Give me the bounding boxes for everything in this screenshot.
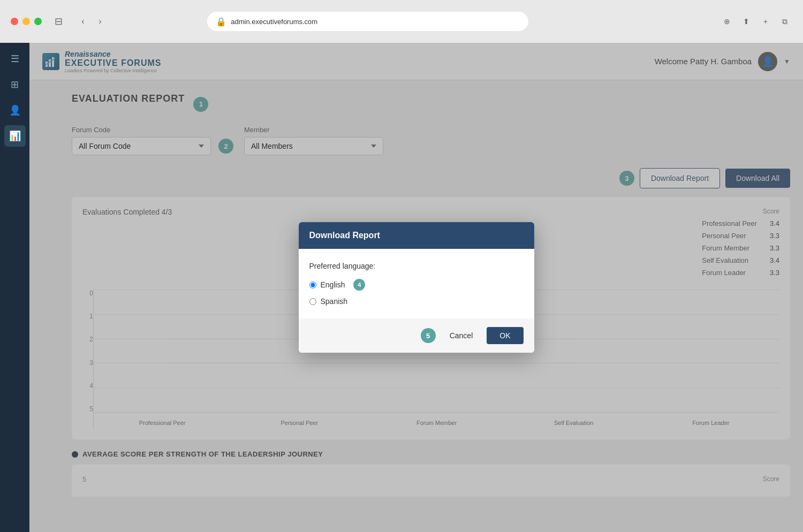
modal-title: Download Report (309, 231, 380, 240)
sidebar-item-menu[interactable]: ☰ (4, 48, 26, 70)
radio-spanish[interactable]: Spanish (309, 297, 524, 306)
traffic-lights (11, 18, 42, 25)
radio-spanish-label: Spanish (321, 297, 348, 306)
url-text: admin.executiveforums.com (231, 18, 317, 26)
step-badge-5: 5 (421, 328, 436, 343)
sidebar-toggle-button[interactable]: ⊟ (50, 13, 67, 29)
back-button[interactable]: ‹ (75, 14, 90, 29)
share-button[interactable]: ⬆ (739, 14, 754, 29)
close-button[interactable] (11, 18, 18, 25)
radio-english[interactable]: English 4 (309, 279, 524, 291)
sidebar-item-grid[interactable]: ⊞ (4, 74, 26, 95)
windows-button[interactable]: ⧉ (777, 14, 792, 29)
radio-english-label: English (321, 280, 345, 289)
forward-button[interactable]: › (93, 14, 108, 29)
sidebar-item-users[interactable]: 👤 (4, 100, 26, 121)
sidebar: ☰ ⊞ 👤 📊 (0, 43, 29, 532)
browser-actions: ⊕ ⬆ + ⧉ (719, 14, 792, 29)
sidebar-item-chart[interactable]: 📊 (4, 125, 26, 147)
lock-icon: 🔒 (216, 17, 226, 27)
maximize-button[interactable] (34, 18, 42, 25)
cancel-button[interactable]: Cancel (441, 327, 482, 344)
browser-chrome: ⊟ ‹ › 🔒 admin.executiveforums.com ⊕ ⬆ + … (0, 0, 803, 43)
language-radio-group: English 4 Spanish (309, 279, 524, 306)
nav-buttons: ‹ › (75, 14, 108, 29)
modal-footer: 5 Cancel OK (299, 318, 534, 353)
download-report-modal: Download Report Preferred language: Engl… (299, 222, 534, 353)
new-tab-button[interactable]: + (758, 14, 773, 29)
radio-spanish-input[interactable] (309, 298, 316, 305)
radio-english-input[interactable] (309, 282, 316, 288)
step-badge-4: 4 (353, 279, 365, 291)
extensions-button[interactable]: ⊕ (719, 14, 734, 29)
modal-overlay: Download Report Preferred language: Engl… (29, 43, 803, 532)
address-bar[interactable]: 🔒 admin.executiveforums.com (207, 12, 528, 31)
minimize-button[interactable] (22, 18, 30, 25)
modal-body: Preferred language: English 4 Spanish (299, 249, 534, 318)
modal-language-label: Preferred language: (309, 262, 524, 270)
ok-button[interactable]: OK (487, 327, 523, 344)
modal-header: Download Report (299, 222, 534, 249)
